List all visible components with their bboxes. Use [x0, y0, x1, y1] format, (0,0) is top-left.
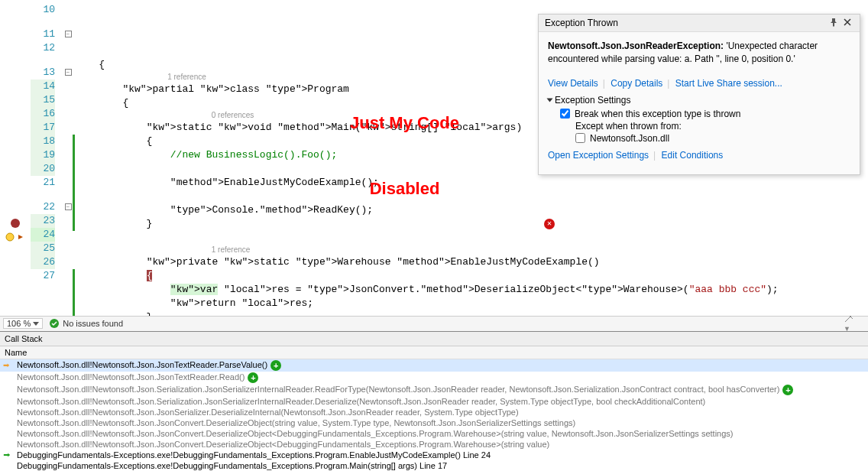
callstack-row[interactable]: ➡Newtonsoft.Json.dll!Newtonsoft.Json.Jso…	[0, 359, 868, 372]
current-frame-icon: ➡	[3, 361, 9, 369]
plus-badge-icon[interactable]: +	[270, 360, 281, 371]
dll-checkbox[interactable]	[575, 133, 585, 143]
callstack-row[interactable]: Newtonsoft.Json.dll!Newtonsoft.Json.Json…	[0, 417, 868, 428]
view-details-link[interactable]: View Details	[548, 78, 598, 89]
live-share-link[interactable]: Start Live Share session...	[675, 78, 782, 89]
svg-point-0	[6, 233, 14, 241]
callstack-row[interactable]: Newtonsoft.Json.dll!Newtonsoft.Json.Json…	[0, 439, 868, 450]
exception-popup: Exception Thrown Newtonsoft.Json.JsonRea…	[538, 14, 860, 175]
fold-toggle[interactable]: −	[65, 31, 72, 37]
code-line[interactable]: "kw">private "kw">static "type">Warehous…	[75, 255, 868, 269]
open-settings-link[interactable]: Open Exception Settings	[548, 150, 649, 161]
callstack-panel: Call Stack Name ➡Newtonsoft.Json.dll!New…	[0, 331, 868, 471]
frame-icon: ⮕	[3, 451, 11, 460]
callstack-row[interactable]: Newtonsoft.Json.dll!Newtonsoft.Json.Seri…	[0, 384, 868, 396]
code-line[interactable]: "type">Console."method">ReadKey();	[73, 203, 868, 217]
popup-header[interactable]: Exception Thrown	[539, 15, 860, 32]
annotation-overlay: Just My Code Disabled	[350, 69, 459, 244]
except-label: Except when thrown from:	[575, 121, 850, 132]
issues-status[interactable]: No issues found	[49, 318, 123, 329]
code-line[interactable]: "kw">var "local">res = "type">JsonConver…	[73, 283, 868, 297]
breakpoint-icon[interactable]	[11, 219, 20, 228]
chevron-down-icon	[547, 98, 553, 102]
glyph-margin	[0, 0, 31, 316]
code-line[interactable]: }	[73, 310, 868, 316]
codelens-ref[interactable]: 1 reference	[141, 245, 868, 255]
code-line[interactable]: "kw">return "local">res;	[73, 297, 868, 310]
plus-badge-icon[interactable]: +	[248, 372, 258, 383]
callstack-title[interactable]: Call Stack	[0, 332, 868, 346]
exception-message: Newtonsoft.Json.JsonReaderException: 'Un…	[548, 40, 850, 66]
code-line[interactable]: }	[73, 217, 868, 231]
callstack-row[interactable]: ⮕DebuggingFundamentals-Exceptions.exe!De…	[0, 450, 868, 460]
chevron-down-icon	[33, 322, 39, 326]
editor-status-bar: 106 % No issues found ▼	[0, 316, 868, 331]
line-numbers: 10 1112 131415161718192021 222324252627	[31, 0, 61, 316]
break-checkbox[interactable]	[560, 109, 570, 119]
fold-toggle[interactable]: −	[65, 203, 72, 210]
code-line[interactable]	[73, 190, 868, 203]
break-label: Break when this exception type is thrown	[575, 109, 740, 119]
plus-badge-icon[interactable]: +	[782, 385, 793, 395]
popup-title: Exception Thrown	[545, 18, 826, 28]
code-line[interactable]: {	[73, 269, 868, 283]
pin-icon[interactable]	[829, 18, 840, 28]
fold-toggle[interactable]: −	[65, 69, 72, 76]
code-editor[interactable]: 10 1112 131415161718192021 222324252627 …	[0, 0, 868, 316]
zoom-dropdown[interactable]: 106 %	[3, 318, 43, 329]
callstack-row[interactable]: Newtonsoft.Json.dll!Newtonsoft.Json.Json…	[0, 372, 868, 384]
code-line[interactable]: "method">EnableJustMyCodeExample();	[73, 176, 868, 190]
callstack-row[interactable]: Newtonsoft.Json.dll!Newtonsoft.Json.Seri…	[0, 396, 868, 407]
callstack-row[interactable]: DebuggingFundamentals-Exceptions.exe!Deb…	[0, 460, 868, 471]
lightbulb-icon[interactable]	[5, 232, 26, 242]
brush-icon[interactable]: ▼	[844, 314, 859, 333]
callstack-row[interactable]: Newtonsoft.Json.dll!Newtonsoft.Json.Json…	[0, 407, 868, 417]
close-icon[interactable]	[843, 18, 853, 28]
callstack-row[interactable]: Newtonsoft.Json.dll!Newtonsoft.Json.Json…	[0, 428, 868, 439]
code-line[interactable]	[75, 231, 868, 245]
dll-label: Newtonsoft.Json.dll	[590, 133, 669, 144]
error-icon[interactable]: ✕	[544, 219, 555, 229]
callstack-header[interactable]: Name	[0, 346, 868, 359]
edit-conditions-link[interactable]: Edit Conditions	[662, 150, 724, 161]
copy-details-link[interactable]: Copy Details	[611, 78, 662, 89]
exception-settings-toggle[interactable]: Exception Settings	[548, 95, 850, 106]
